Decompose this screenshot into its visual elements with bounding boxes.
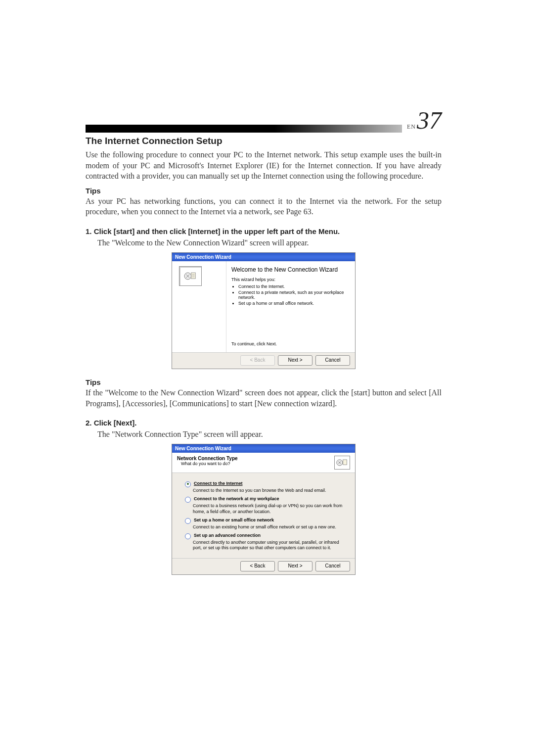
next-button[interactable]: Next >: [278, 561, 312, 571]
wizard1-heading: Welcome to the New Connection Wizard: [231, 266, 349, 273]
cancel-button[interactable]: Cancel: [315, 355, 350, 366]
network-wizard-icon: [334, 456, 350, 470]
tips-heading-2: Tips: [86, 378, 442, 386]
network-wizard-icon: [179, 266, 202, 286]
tips-heading-1: Tips: [86, 187, 442, 195]
wizard1-bullets: Connect to the Internet. Connect to a pr…: [231, 284, 349, 306]
radio-desc: Connect to a business network (using dia…: [193, 503, 345, 515]
radio-option-home-office[interactable]: Set up a home or small office network: [185, 518, 345, 524]
radio-icon[interactable]: [185, 481, 191, 487]
wizard2-body: Connect to the Internet Connect to the I…: [172, 473, 355, 558]
cancel-button[interactable]: Cancel: [315, 561, 350, 571]
wizard1-continue-line: To continue, click Next.: [231, 341, 349, 346]
wizard2-titlebar: New Connection Wizard: [172, 444, 355, 453]
radio-option-connect-internet[interactable]: Connect to the Internet: [185, 481, 345, 487]
radio-label: Set up an advanced connection: [194, 533, 261, 538]
page-lang-prefix: EN: [407, 123, 416, 131]
wizard1-bullet: Set up a home or small office network.: [238, 301, 349, 306]
radio-icon[interactable]: [185, 533, 191, 539]
radio-option-advanced[interactable]: Set up an advanced connection: [185, 533, 345, 539]
radio-icon[interactable]: [185, 518, 191, 524]
wizard1-lead: This wizard helps you:: [231, 277, 349, 282]
radio-label: Connect to the Internet: [194, 481, 243, 486]
next-button[interactable]: Next >: [278, 355, 312, 366]
step-2-body: The "Network Connection Type" screen wil…: [97, 430, 442, 439]
wizard1-bullet: Connect to a private network, such as yo…: [238, 290, 349, 300]
wizard-conn-type-dialog: New Connection Wizard Network Connection…: [172, 444, 356, 575]
wizard-welcome-dialog: New Connection Wizard Welcome to the New…: [172, 252, 356, 369]
wizard1-bullet: Connect to the Internet.: [238, 284, 349, 289]
back-button[interactable]: < Back: [240, 561, 275, 571]
page-number-value: 37: [417, 108, 442, 133]
tips-body-1: As your PC has networking functions, you…: [86, 196, 442, 217]
tips-body-2: If the "Welcome to the New Connection Wi…: [86, 387, 442, 409]
section-title: The Internet Connection Setup: [86, 136, 442, 146]
svg-rect-3: [343, 460, 347, 465]
wizard1-sidebar: [172, 261, 226, 352]
step-2-heading: 2. Click [Next].: [86, 419, 442, 427]
wizard2-header-title: Network Connection Type: [177, 456, 238, 461]
wizard1-titlebar: New Connection Wizard: [172, 253, 355, 261]
step-1-body: The "Welcome to the New Connection Wizar…: [97, 238, 442, 247]
wizard2-header-sub: What do you want to do?: [181, 461, 238, 466]
wizard1-footer: < Back Next > Cancel: [172, 352, 355, 369]
radio-label: Connect to the network at my workplace: [194, 496, 279, 501]
radio-label: Set up a home or small office network: [194, 518, 274, 522]
radio-desc: Connect to an existing home or small off…: [193, 524, 345, 530]
page-number: EN 37: [407, 108, 442, 133]
header-gradient: [86, 125, 402, 133]
radio-desc: Connect to the Internet so you can brows…: [193, 488, 345, 493]
radio-desc: Connect directly to another computer usi…: [193, 540, 345, 551]
page-header-bar: EN 37: [86, 108, 442, 133]
radio-icon[interactable]: [185, 497, 191, 503]
wizard2-header: Network Connection Type What do you want…: [172, 453, 355, 473]
wizard2-footer: < Back Next > Cancel: [172, 558, 355, 574]
intro-paragraph: Use the following procedure to connect y…: [86, 149, 442, 182]
radio-option-workplace[interactable]: Connect to the network at my workplace: [185, 496, 345, 503]
step-1-heading: 1. Click [start] and then click [Interne…: [86, 227, 442, 236]
back-button: < Back: [240, 355, 275, 366]
